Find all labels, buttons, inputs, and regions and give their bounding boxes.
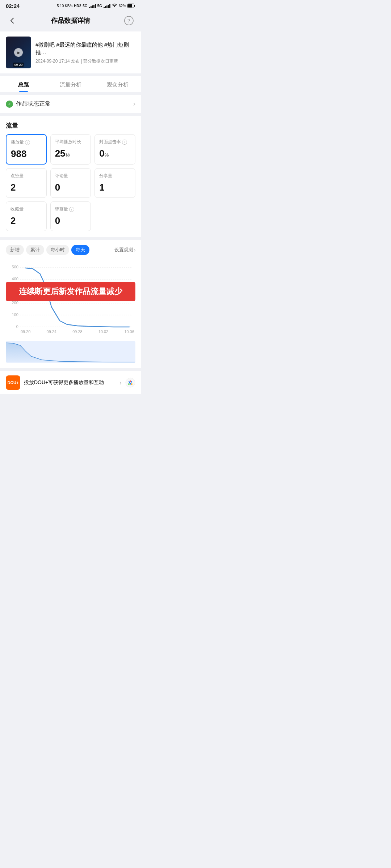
tab-traffic[interactable]: 流量分析: [47, 76, 94, 92]
svg-text:10.06: 10.06: [124, 329, 134, 334]
svg-point-23: [130, 380, 131, 382]
status-right: 5.10 KB/s HD2 5G 5G 62%: [57, 4, 135, 9]
metric-cover-ctr: 封面点击率 i 0%: [94, 134, 135, 165]
svg-text:?: ?: [127, 18, 130, 24]
tab-audience[interactable]: 观众分析: [94, 76, 141, 92]
metric-comments: 评论量 0: [50, 168, 91, 198]
comments-label: 评论量: [55, 173, 87, 179]
shares-label: 分享量: [99, 173, 131, 179]
svg-marker-21: [6, 343, 135, 362]
tabs-container: 总览 流量分析 观众分析: [0, 76, 141, 92]
likes-value: 2: [10, 182, 42, 193]
5g2-icon: 5G: [97, 4, 102, 8]
chart-filters: 新增 累计 每小时 每天 设置观测 ›: [6, 245, 135, 255]
wifi-icon: [112, 4, 117, 9]
ctr-info-icon[interactable]: i: [122, 140, 127, 145]
metric-avg-playtime: 平均播放时长 25秒: [50, 134, 91, 165]
signal-bars: [89, 4, 96, 8]
filter-daily[interactable]: 每天: [71, 245, 89, 255]
favorites-label: 收藏量: [10, 206, 42, 212]
metric-favorites: 收藏量 2: [6, 201, 47, 231]
filter-new[interactable]: 新增: [6, 245, 24, 255]
favorites-value: 2: [10, 215, 42, 226]
mini-chart-svg: [6, 341, 135, 363]
danmu-info-icon[interactable]: i: [69, 207, 74, 212]
back-button[interactable]: [6, 14, 19, 27]
status-bar: 02:24 5.10 KB/s HD2 5G 5G 62%: [0, 0, 141, 10]
danmu-value: 0: [55, 215, 87, 226]
plays-label: 播放量 i: [11, 139, 42, 145]
dou-logo: DOU+: [6, 375, 20, 390]
dou-text: 投放DOU+可获得更多播放量和互动: [24, 379, 116, 386]
svg-text:09.24: 09.24: [47, 329, 56, 334]
video-meta: 2024-09-20 17:14 发布 | 部分数据次日更新: [35, 58, 135, 64]
status-left: ✓ 作品状态正常: [6, 100, 51, 108]
network-speed: 5.10 KB/s: [57, 4, 72, 8]
likes-label: 点赞量: [10, 173, 42, 179]
shares-value: 1: [99, 182, 131, 193]
page-title: 作品数据详情: [51, 16, 90, 25]
battery-pct: 62%: [119, 4, 126, 8]
status-text: 作品状态正常: [16, 100, 51, 108]
status-time: 02:24: [6, 3, 20, 9]
chevron-right-icon: ›: [133, 100, 135, 108]
battery-icon: [127, 4, 135, 9]
danmu-label: 弹幕量 i: [55, 206, 87, 212]
dou-chevron-icon: ›: [119, 379, 122, 387]
svg-point-24: [128, 383, 130, 385]
settings-link[interactable]: 设置观测 ›: [114, 247, 135, 253]
filter-hourly[interactable]: 每小时: [46, 245, 69, 255]
metrics-grid: 播放量 i 988 平均播放时长 25秒 封面点击率 i 0% 点赞量: [6, 134, 135, 231]
video-info: #微剧吧 #最远的你最瞳的他 #热门短剧推… 2024-09-20 17:14 …: [35, 41, 135, 64]
status-check-icon: ✓: [6, 101, 13, 108]
avgtime-value: 25秒: [55, 148, 87, 159]
svg-point-22: [126, 378, 135, 387]
plays-info-icon[interactable]: i: [25, 140, 30, 145]
svg-text:0: 0: [16, 324, 18, 329]
metric-empty: [94, 201, 135, 231]
date-badge: 09-20: [13, 63, 24, 67]
metric-shares: 分享量 1: [94, 168, 135, 198]
chart-wrapper: 连续断更后新发作品流量减少 500 400 300 200 100 0 09.: [6, 260, 135, 340]
settings-chevron-icon: ›: [134, 247, 135, 253]
svg-text:400: 400: [12, 277, 18, 281]
comments-value: 0: [55, 182, 87, 193]
video-title: #微剧吧 #最远的你最瞳的他 #热门短剧推…: [35, 41, 135, 56]
ctr-value: 0%: [99, 148, 131, 159]
play-icon: ▶: [14, 48, 23, 57]
red-banner: 连续断更后新发作品流量减少: [6, 282, 135, 301]
ctr-label: 封面点击率 i: [99, 139, 131, 145]
chart-section: 新增 累计 每小时 每天 设置观测 › 连续断更后新发作品流量减少 500 40…: [0, 240, 141, 368]
section-title: 流量: [6, 122, 135, 130]
header: 作品数据详情 ?: [0, 10, 141, 31]
video-card: ▶ 09-20 #微剧吧 #最远的你最瞳的他 #热门短剧推… 2024-09-2…: [0, 31, 141, 73]
tiktok-icon: [125, 378, 135, 388]
metric-danmu: 弹幕量 i 0: [50, 201, 91, 231]
metric-plays: 播放量 i 988: [6, 134, 47, 165]
avgtime-label: 平均播放时长: [55, 139, 87, 145]
filter-cumulative[interactable]: 累计: [26, 245, 44, 255]
svg-rect-1: [128, 4, 132, 7]
status-row[interactable]: ✓ 作品状态正常 ›: [0, 95, 141, 113]
mini-chart: [6, 341, 135, 363]
5g-icon: 5G: [83, 4, 87, 8]
tab-overview[interactable]: 总览: [0, 76, 47, 92]
svg-text:500: 500: [12, 265, 18, 269]
svg-text:09.20: 09.20: [21, 329, 30, 334]
svg-text:10.02: 10.02: [98, 329, 108, 334]
svg-point-25: [131, 383, 133, 385]
svg-text:100: 100: [12, 312, 18, 317]
dou-banner[interactable]: DOU+ 投放DOU+可获得更多播放量和互动 ›: [0, 371, 141, 394]
signal-bars2: [104, 4, 110, 8]
metrics-section: 流量 播放量 i 988 平均播放时长 25秒 封面点击率 i 0%: [0, 116, 141, 237]
sim-icon: HD2: [74, 4, 81, 8]
video-thumbnail: ▶ 09-20: [6, 37, 31, 68]
plays-value: 988: [11, 148, 42, 159]
metric-likes: 点赞量 2: [6, 168, 47, 198]
svg-text:09.28: 09.28: [72, 329, 82, 334]
help-button[interactable]: ?: [122, 14, 135, 27]
